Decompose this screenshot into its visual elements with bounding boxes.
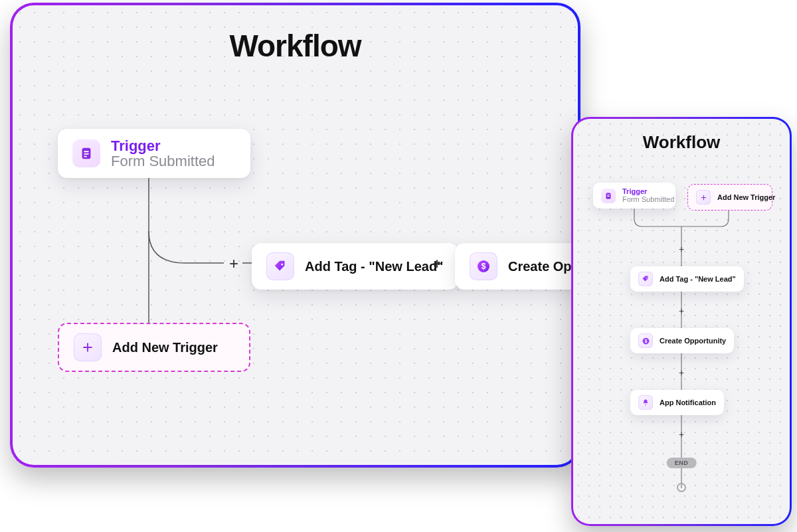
trigger-node[interactable]: Trigger Form Submitted bbox=[593, 183, 675, 209]
step-add-tag[interactable]: Add Tag - "New Lead" bbox=[252, 243, 458, 290]
step-add-tag-label: Add Tag - "New Lead" bbox=[305, 259, 444, 274]
dollar-icon: $ bbox=[470, 252, 497, 280]
clipboard-icon bbox=[72, 139, 100, 167]
step-create-opportunity-label: Create Opportunity bbox=[660, 337, 726, 345]
trigger-title: Trigger bbox=[111, 138, 215, 153]
step-app-notification[interactable]: App Notification bbox=[630, 390, 724, 415]
add-trigger-button[interactable]: Add New Trigger bbox=[58, 323, 250, 372]
svg-rect-6 bbox=[84, 156, 87, 157]
add-step-button[interactable]: + bbox=[679, 306, 684, 316]
plus-icon bbox=[74, 333, 102, 361]
page-title: Workflow bbox=[573, 132, 790, 153]
add-trigger-button[interactable]: Add New Trigger bbox=[687, 184, 772, 211]
tag-icon bbox=[638, 272, 653, 286]
step-add-tag[interactable]: Add Tag - "New Lead" bbox=[630, 266, 744, 292]
add-step-button[interactable]: + bbox=[428, 255, 446, 272]
svg-text:$: $ bbox=[644, 338, 647, 343]
step-app-notification-label: App Notification bbox=[660, 399, 716, 406]
svg-rect-5 bbox=[84, 153, 88, 155]
add-step-button[interactable]: + bbox=[225, 255, 242, 272]
trigger-subtitle: Form Submitted bbox=[111, 153, 215, 169]
desktop-panel: Workflow Trigger F bbox=[10, 3, 580, 468]
end-circle bbox=[677, 483, 686, 492]
add-trigger-label: Add New Trigger bbox=[717, 193, 775, 201]
svg-rect-12 bbox=[607, 195, 610, 195]
tag-icon bbox=[266, 252, 294, 280]
add-step-button[interactable]: + bbox=[679, 367, 684, 378]
add-trigger-label: Add New Trigger bbox=[112, 340, 218, 355]
step-create-opportunity-label: Create Oppo bbox=[508, 259, 578, 274]
trigger-subtitle: Form Submitted bbox=[622, 196, 674, 204]
add-step-button[interactable]: + bbox=[679, 429, 684, 440]
trigger-text: Trigger Form Submitted bbox=[111, 138, 215, 169]
step-create-opportunity[interactable]: $ Create Opportunity bbox=[630, 328, 734, 353]
dollar-icon: $ bbox=[638, 333, 653, 348]
connectors bbox=[13, 5, 578, 465]
trigger-title: Trigger bbox=[622, 188, 674, 196]
step-create-opportunity[interactable]: $ Create Oppo bbox=[455, 243, 578, 290]
trigger-text: Trigger Form Submitted bbox=[622, 188, 674, 203]
mobile-panel: Workflow Trigger Form Submitted bbox=[571, 117, 792, 526]
svg-point-14 bbox=[646, 278, 648, 279]
svg-point-7 bbox=[281, 264, 283, 266]
clipboard-icon bbox=[601, 189, 616, 203]
svg-rect-13 bbox=[607, 196, 610, 197]
svg-text:$: $ bbox=[482, 262, 486, 271]
desktop-canvas[interactable]: Workflow Trigger F bbox=[13, 5, 578, 465]
trigger-node[interactable]: Trigger Form Submitted bbox=[58, 129, 250, 178]
svg-rect-4 bbox=[84, 151, 88, 152]
bell-icon bbox=[638, 395, 653, 410]
plus-icon bbox=[696, 190, 711, 205]
add-step-button[interactable]: + bbox=[679, 244, 684, 254]
step-add-tag-label: Add Tag - "New Lead" bbox=[660, 275, 736, 283]
end-badge: END bbox=[667, 458, 697, 468]
svg-point-17 bbox=[645, 404, 646, 406]
mobile-canvas[interactable]: Workflow Trigger Form Submitted bbox=[573, 119, 790, 524]
page-title: Workflow bbox=[13, 28, 578, 64]
